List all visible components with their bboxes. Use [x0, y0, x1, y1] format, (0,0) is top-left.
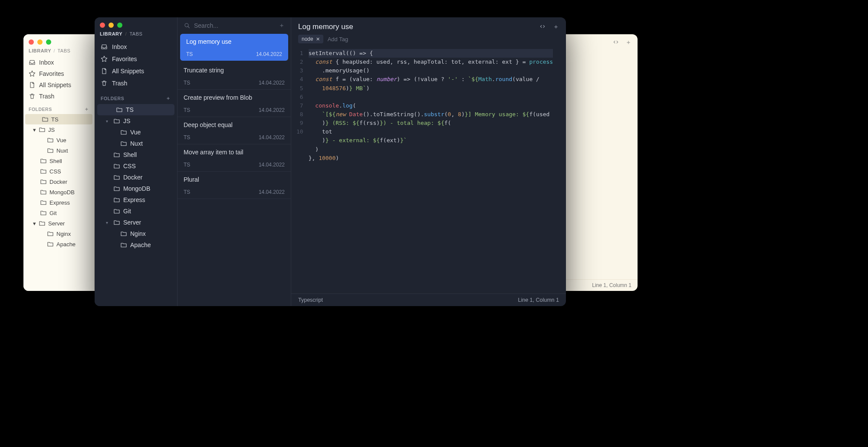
- folder-item-git[interactable]: Git: [95, 206, 177, 217]
- folder-item-apache[interactable]: Apache: [95, 239, 177, 251]
- dark-sidebar: LIBRARY / TABS Inbox Favorites All Snipp…: [95, 17, 178, 306]
- folder-icon: [39, 220, 46, 227]
- code-brackets-icon[interactable]: [612, 39, 619, 46]
- trash-icon: [101, 80, 108, 87]
- document-icon: [101, 68, 108, 75]
- editor-column: Log memory use ＋ node ✕ Add Tag 12345678…: [291, 17, 566, 306]
- code-body[interactable]: setInterval(() => { const { heapUsed: us…: [307, 48, 557, 294]
- add-folder-button[interactable]: ＋: [166, 95, 171, 101]
- folder-item-git[interactable]: Git: [23, 208, 94, 218]
- folder-item-shell[interactable]: Shell: [95, 149, 177, 160]
- folder-icon: [120, 140, 127, 147]
- editor-language[interactable]: Typescript: [298, 297, 323, 303]
- folder-item-css[interactable]: CSS: [95, 160, 177, 172]
- chevron-down-icon: ▾: [106, 220, 110, 225]
- inbox-icon: [101, 43, 108, 50]
- add-snippet-button[interactable]: ＋: [279, 22, 285, 29]
- folder-label: Server: [48, 220, 65, 227]
- minimize-button[interactable]: [37, 39, 43, 45]
- snippet-list: Log memory useTS14.04.2022Truncate strin…: [178, 34, 291, 306]
- inbox-icon: [29, 59, 36, 66]
- add-snippet-button[interactable]: ＋: [625, 39, 631, 46]
- nav-label: Trash: [112, 80, 127, 87]
- editor-title[interactable]: Log memory use: [298, 23, 353, 31]
- folder-icon: [120, 230, 127, 237]
- star-icon: [29, 70, 36, 77]
- nav-favorites[interactable]: Favorites: [23, 68, 94, 79]
- nav-favorites[interactable]: Favorites: [95, 53, 177, 65]
- folder-item-docker[interactable]: Docker: [95, 172, 177, 183]
- zoom-button[interactable]: [46, 39, 51, 45]
- snippet-item[interactable]: Truncate stringTS14.04.2022: [178, 62, 291, 90]
- folder-icon: [40, 168, 47, 175]
- folder-item-docker[interactable]: Docker: [23, 176, 94, 187]
- folder-item-nuxt[interactable]: Nuxt: [23, 145, 94, 156]
- nav-trash[interactable]: Trash: [23, 91, 94, 102]
- folder-label: JS: [123, 117, 130, 124]
- close-button[interactable]: [29, 39, 34, 45]
- nav-inbox[interactable]: Inbox: [23, 57, 94, 68]
- folder-label: Nginx: [130, 230, 146, 237]
- snippet-title: Plural: [184, 176, 285, 183]
- close-button[interactable]: [100, 23, 105, 28]
- nav-all-snippets[interactable]: All Snippets: [23, 79, 94, 91]
- folder-item-ts[interactable]: TS: [97, 104, 174, 115]
- folder-item-server[interactable]: ▾Server: [95, 217, 177, 228]
- folder-item-mongodb[interactable]: MongoDB: [95, 183, 177, 194]
- code-editor[interactable]: 12345678910 setInterval(() => { const { …: [291, 48, 566, 294]
- line-gutter: 12345678910: [291, 48, 307, 294]
- snippet-item[interactable]: Create preview from BlobTS14.04.2022: [178, 90, 291, 117]
- folder-item-shell[interactable]: Shell: [23, 156, 94, 166]
- folder-item-js[interactable]: ▾JS: [23, 124, 94, 135]
- nav-trash[interactable]: Trash: [95, 77, 177, 89]
- folder-label: Docker: [49, 179, 67, 185]
- snippet-item[interactable]: Log memory useTS14.04.2022: [180, 34, 288, 61]
- add-fragment-button[interactable]: ＋: [553, 23, 559, 31]
- folder-item-ts[interactable]: TS: [25, 114, 92, 124]
- snippet-title: Log memory use: [186, 38, 282, 45]
- snippet-date: 14.04.2022: [259, 189, 285, 195]
- folder-icon: [120, 129, 127, 136]
- breadcrumb-leaf: TABS: [129, 31, 142, 36]
- nav-inbox[interactable]: Inbox: [95, 41, 177, 53]
- folders-label: FOLDERS: [29, 107, 52, 112]
- nav-all-snippets[interactable]: All Snippets: [95, 65, 177, 77]
- snippet-item[interactable]: Deep object equalTS14.04.2022: [178, 117, 291, 144]
- folder-item-vue[interactable]: Vue: [23, 135, 94, 145]
- editor-toolbar: ＋: [539, 23, 559, 31]
- folder-icon: [47, 147, 54, 154]
- folder-item-nginx[interactable]: Nginx: [95, 228, 177, 239]
- zoom-button[interactable]: [117, 23, 122, 28]
- folder-label: CSS: [123, 163, 136, 170]
- folder-icon: [40, 157, 47, 164]
- snippet-item[interactable]: Move array item to tailTS14.04.2022: [178, 144, 291, 172]
- code-brackets-icon[interactable]: [539, 23, 546, 30]
- add-folder-button[interactable]: ＋: [84, 106, 89, 112]
- folder-item-vue[interactable]: Vue: [95, 127, 177, 138]
- folder-icon: [47, 230, 54, 237]
- nav-label: Favorites: [39, 70, 64, 77]
- search-input[interactable]: [194, 22, 275, 29]
- folder-icon: [120, 241, 127, 248]
- folder-item-js[interactable]: ▾JS: [95, 115, 177, 127]
- snippet-item[interactable]: PluralTS14.04.2022: [178, 172, 291, 199]
- tag-chip[interactable]: node ✕: [298, 35, 323, 43]
- snippet-lang: TS: [184, 189, 190, 195]
- add-tag-button[interactable]: Add Tag: [328, 36, 348, 42]
- minimize-button[interactable]: [108, 23, 114, 28]
- remove-tag-icon[interactable]: ✕: [316, 36, 320, 42]
- folder-item-mongodb[interactable]: MongoDB: [23, 187, 94, 197]
- folder-label: TS: [51, 116, 59, 123]
- folder-item-express[interactable]: Express: [23, 197, 94, 208]
- folder-item-apache[interactable]: Apache: [23, 239, 94, 249]
- folders-header: FOLDERS ＋: [95, 89, 177, 104]
- folder-item-express[interactable]: Express: [95, 194, 177, 206]
- folder-item-nginx[interactable]: Nginx: [23, 228, 94, 239]
- folder-label: Express: [49, 199, 70, 206]
- folder-item-server[interactable]: ▾Server: [23, 218, 94, 228]
- folder-item-css[interactable]: CSS: [23, 166, 94, 176]
- folder-item-nuxt[interactable]: Nuxt: [95, 138, 177, 149]
- cursor-position: Line 1, Column 1: [518, 297, 559, 303]
- folder-label: Shell: [49, 158, 62, 164]
- breadcrumb-root: LIBRARY: [100, 31, 122, 36]
